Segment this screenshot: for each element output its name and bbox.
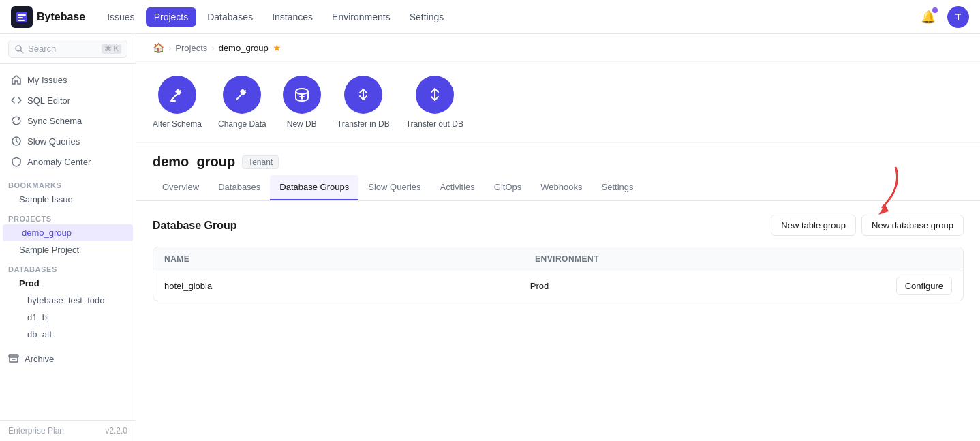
sidebar-item-label: Slow Queries	[27, 136, 80, 147]
action-transfer-out-db[interactable]: Transfer out DB	[406, 76, 463, 129]
action-icons-row: Alter Schema Change Data New DB Transfer…	[136, 62, 980, 143]
td-environment: Prod	[519, 273, 885, 299]
data-table: Name Environment hotel_globla Prod Confi…	[153, 247, 964, 301]
bookmarks-section: Bookmarks Sample Issue	[0, 177, 136, 208]
nav-item-issues[interactable]: Issues	[99, 7, 142, 27]
nav-right: 🔔 T	[917, 6, 969, 28]
top-nav: Bytebase Issues Projects Databases Insta…	[0, 0, 980, 34]
code-icon	[11, 95, 22, 106]
databases-section: Databases Prod bytebase_test_todo d1_bj …	[0, 258, 136, 343]
nav-item-databases[interactable]: Databases	[199, 7, 261, 27]
action-change-data[interactable]: Change Data	[218, 76, 266, 129]
sidebar-bookmark-sample-issue[interactable]: Sample Issue	[0, 191, 136, 208]
svg-point-12	[296, 89, 308, 94]
section-title: Database Group	[153, 219, 237, 232]
avatar[interactable]: T	[947, 6, 969, 28]
sidebar-search[interactable]: Search ⌘ K	[0, 34, 136, 64]
sidebar-item-my-issues[interactable]: My Issues	[3, 70, 133, 90]
tabs: Overview Databases Database Groups Slow …	[136, 175, 980, 201]
content-area: Database Group New table group New datab…	[136, 201, 980, 315]
sidebar-item-sync-schema[interactable]: Sync Schema	[3, 110, 133, 131]
action-alter-schema[interactable]: Alter Schema	[153, 76, 202, 129]
sidebar-item-sql-editor[interactable]: SQL Editor	[3, 90, 133, 110]
svg-rect-2	[18, 17, 23, 18]
sidebar-nav: My Issues SQL Editor Sync Schema Slow Qu…	[0, 64, 136, 177]
svg-rect-3	[18, 20, 25, 21]
nav-item-instances[interactable]: Instances	[264, 7, 321, 27]
sidebar-db-bytebase-test-todo[interactable]: bytebase_test_todo	[0, 292, 136, 309]
sidebar-item-slow-queries[interactable]: Slow Queries	[3, 131, 133, 151]
svg-line-5	[21, 50, 23, 52]
alter-schema-circle	[158, 76, 196, 114]
tab-slow-queries[interactable]: Slow Queries	[358, 175, 430, 200]
sidebar-db-db-att[interactable]: db_att	[0, 326, 136, 343]
layout: Search ⌘ K My Issues SQL Editor Sync Sch…	[0, 34, 980, 441]
sidebar-item-label: Sync Schema	[27, 116, 82, 126]
svg-point-4	[16, 46, 21, 51]
action-transfer-in-db[interactable]: Transfer in DB	[337, 76, 390, 129]
breadcrumb-sep-1: ›	[168, 43, 171, 53]
plan-label: Enterprise Plan	[8, 426, 64, 436]
sidebar-item-label: My Issues	[27, 75, 67, 85]
btn-group: New table group New database group	[771, 215, 964, 236]
project-title: demo_group	[153, 154, 235, 170]
sidebar-db-d1-bj[interactable]: d1_bj	[0, 309, 136, 326]
search-placeholder: Search	[28, 44, 97, 54]
sidebar-project-sample-project[interactable]: Sample Project	[0, 241, 136, 258]
nav-item-projects[interactable]: Projects	[146, 7, 197, 27]
tab-database-groups[interactable]: Database Groups	[270, 175, 358, 200]
bell-button[interactable]: 🔔	[917, 6, 939, 28]
search-shortcut: ⌘ K	[102, 44, 121, 54]
section-header: Database Group New table group New datab…	[153, 215, 964, 236]
td-configure: Configure	[885, 271, 963, 301]
logo-icon	[11, 6, 33, 28]
nav-item-settings[interactable]: Settings	[401, 7, 453, 27]
tab-activities[interactable]: Activities	[431, 175, 485, 200]
configure-button[interactable]: Configure	[896, 277, 952, 295]
prod-label: Prod	[0, 275, 136, 292]
new-db-label: New DB	[287, 119, 317, 129]
shield-icon	[11, 156, 22, 167]
new-table-group-button[interactable]: New table group	[771, 215, 856, 236]
tab-webhooks[interactable]: Webhooks	[531, 175, 592, 200]
new-db-circle	[283, 76, 321, 114]
search-icon	[14, 44, 24, 54]
home-icon[interactable]: 🏠	[153, 42, 164, 53]
sidebar-item-label: Anomaly Center	[27, 157, 91, 167]
svg-marker-17	[878, 204, 889, 215]
sidebar-project-demo-group[interactable]: demo_group	[3, 224, 133, 241]
sync-icon	[11, 115, 22, 126]
table-header: Name Environment	[153, 247, 963, 271]
action-new-db[interactable]: New DB	[283, 76, 321, 129]
tab-settings[interactable]: Settings	[592, 175, 643, 200]
home-icon	[11, 74, 22, 85]
breadcrumb-current: demo_group	[219, 43, 269, 53]
th-environment: Environment	[524, 247, 895, 271]
td-name: hotel_globla	[153, 273, 519, 299]
breadcrumb: 🏠 › Projects › demo_group ★	[136, 34, 980, 62]
svg-rect-1	[18, 14, 26, 16]
change-data-circle	[223, 76, 261, 114]
search-box[interactable]: Search ⌘ K	[8, 40, 127, 58]
projects-section: Projects demo_group Sample Project	[0, 208, 136, 258]
bookmarks-label: Bookmarks	[0, 177, 136, 191]
sidebar: Search ⌘ K My Issues SQL Editor Sync Sch…	[0, 34, 136, 441]
nav-item-environments[interactable]: Environments	[324, 7, 399, 27]
new-database-group-button[interactable]: New database group	[861, 215, 964, 236]
tab-gitops[interactable]: GitOps	[485, 175, 531, 200]
transfer-in-db-label: Transfer in DB	[337, 119, 390, 129]
archive-item[interactable]: Archive	[0, 348, 136, 369]
tab-overview[interactable]: Overview	[153, 175, 209, 200]
tab-databases[interactable]: Databases	[209, 175, 270, 200]
logo[interactable]: Bytebase	[11, 6, 85, 28]
archive-label: Archive	[25, 354, 54, 364]
sidebar-item-anomaly-center[interactable]: Anomaly Center	[3, 151, 133, 172]
tenant-badge: Tenant	[242, 155, 279, 169]
star-icon[interactable]: ★	[273, 42, 281, 53]
breadcrumb-projects[interactable]: Projects	[175, 43, 207, 53]
transfer-out-db-label: Transfer out DB	[406, 119, 463, 129]
svg-rect-7	[9, 355, 18, 357]
transfer-out-db-circle	[416, 76, 454, 114]
th-name: Name	[153, 247, 524, 271]
main-content: 🏠 › Projects › demo_group ★ Alter Schema…	[136, 34, 980, 441]
